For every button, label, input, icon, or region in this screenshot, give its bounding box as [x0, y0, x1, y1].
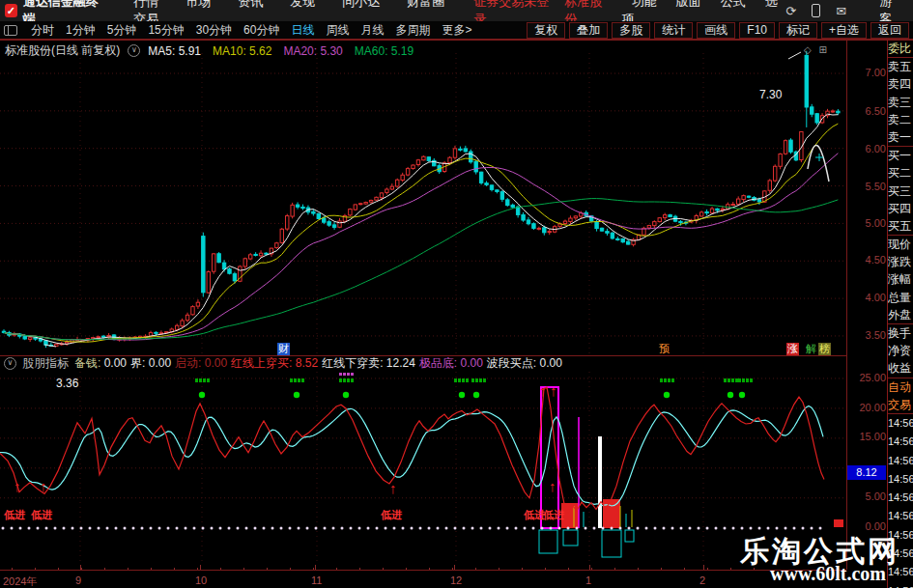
- quote-row-外盘: 外盘: [888, 306, 913, 323]
- quote-row-总量: 总量: [888, 289, 913, 306]
- quote-row-卖五: 卖五: [888, 57, 913, 75]
- toolbar-button-画线[interactable]: 画线: [697, 22, 735, 39]
- toolbar-button-标记[interactable]: 标记: [779, 22, 817, 39]
- menu-item-版面[interactable]: 版面: [667, 0, 711, 9]
- period-1分钟[interactable]: 1分钟: [60, 23, 101, 37]
- price-tick: 6.00: [847, 143, 886, 154]
- indicator-tick: 25.00: [847, 372, 886, 383]
- indicator-name[interactable]: 股朋指标: [22, 355, 69, 372]
- menu-item-市场[interactable]: 市场: [172, 0, 224, 9]
- ma-readouts: MA5: 5.91MA10: 5.62MA20: 5.30MA60: 5.19: [148, 44, 425, 58]
- menu-item-发现[interactable]: 发现: [276, 0, 328, 9]
- buy-signal-arrow: ↑: [40, 480, 47, 493]
- indicator-collapse-icon[interactable]: ∨: [4, 357, 16, 370]
- buy-signal-label: 低进: [381, 508, 402, 522]
- quote-panel[interactable]: 委比卖五卖四卖三卖二卖一买一买二买三买四买五现价涨跌涨幅总量外盘换手净资收益自动…: [888, 40, 913, 588]
- buy-signal-label: 低进: [524, 508, 545, 522]
- toolbar-button-返回[interactable]: 返回: [870, 22, 909, 39]
- event-tag-解[interactable]: 解: [805, 343, 817, 355]
- quote-row-卖二: 卖二: [888, 111, 913, 128]
- quote-row-委比: 委比: [888, 40, 913, 57]
- indicator-chart[interactable]: [0, 372, 846, 570]
- toolbar-right-buttons: 复权叠加多股统计画线F10标记+自选返回: [527, 22, 913, 39]
- toolbar-button-统计[interactable]: 统计: [654, 22, 693, 39]
- pane-icons: ◇⊞: [804, 44, 827, 55]
- x-axis-label: 2: [699, 574, 705, 586]
- auto-trade-label[interactable]: 交易: [888, 396, 913, 413]
- menu-item-资讯[interactable]: 资讯: [224, 0, 276, 9]
- quote-row-买四: 买四: [888, 200, 913, 217]
- quote-row-买二: 买二: [888, 164, 913, 182]
- app-logo-icon: ✓: [5, 4, 17, 17]
- x-axis-label: 12: [450, 574, 462, 586]
- period-30分钟[interactable]: 30分钟: [190, 23, 238, 37]
- toolbar-button-+自选[interactable]: +自选: [821, 22, 867, 39]
- buy-signal-arrow: ↑: [550, 384, 557, 398]
- buy-signal-label: 低进: [4, 508, 25, 522]
- menu-item-财富圈[interactable]: 财富圈: [393, 0, 458, 9]
- mobile-icon[interactable]: [812, 4, 820, 17]
- price-tick: 4.00: [847, 292, 886, 303]
- price-tick: 4.50: [847, 254, 886, 266]
- period-toolbar: 分时1分钟5分钟15分钟30分钟60分钟日线周线月线多周期更多> 复权叠加多股统…: [0, 21, 913, 41]
- trade-time-row: 14:56: [888, 452, 913, 470]
- collapse-icon[interactable]: ∨: [128, 44, 140, 57]
- trade-time-row: 14:56: [888, 433, 913, 451]
- event-tag-涨[interactable]: 涨: [786, 343, 799, 355]
- event-tag-榜[interactable]: 榜: [818, 343, 831, 355]
- indicator-field: 红线下穿卖: 12.24: [322, 356, 415, 370]
- price-tick: 7.00: [847, 67, 886, 78]
- tdx-terminal-window: ✓ 通达信金融终端 行情市场资讯发现问小达财富圈交易 证券交易未登录 标准股份 …: [0, 0, 913, 588]
- price-tick: 3.50: [847, 329, 886, 341]
- low-price-label: 3.36: [56, 377, 78, 390]
- period-更多>[interactable]: 更多>: [436, 23, 477, 37]
- quote-row-买三: 买三: [888, 182, 913, 200]
- toolbar-button-叠加[interactable]: 叠加: [569, 22, 608, 39]
- chart-title: 标准股份(日线 前复权): [5, 42, 120, 59]
- period-15分钟[interactable]: 15分钟: [142, 23, 189, 37]
- layout-icon[interactable]: [4, 25, 17, 36]
- ma-readout: MA60: 5.19: [355, 44, 414, 58]
- x-axis-label: 1: [585, 574, 591, 586]
- event-tag-财[interactable]: 财: [277, 343, 290, 355]
- x-axis-label: 2024年: [3, 574, 37, 588]
- event-tag-预[interactable]: 预: [658, 343, 670, 355]
- diamond-icon[interactable]: ◇: [804, 44, 812, 55]
- menu-item-功能[interactable]: 功能: [622, 0, 667, 9]
- period-5分钟[interactable]: 5分钟: [101, 23, 143, 37]
- indicator-tick: 20.00: [847, 402, 886, 413]
- period-月线[interactable]: 月线: [355, 23, 389, 37]
- quote-row-收益: 收益: [888, 359, 913, 377]
- trade-time-row: 14:56: [888, 489, 913, 507]
- mail-icon[interactable]: ✉: [836, 4, 846, 18]
- refresh-icon[interactable]: ⟳: [785, 4, 796, 18]
- menu-item-公式[interactable]: 公式: [711, 0, 756, 9]
- indicator-region[interactable]: 低进低进低进低进低进↑↑↑↑↑↑: [0, 372, 846, 570]
- grid-icon[interactable]: ⊞: [819, 44, 827, 55]
- period-60分钟[interactable]: 60分钟: [238, 23, 285, 37]
- price-tick: 5.50: [847, 181, 886, 192]
- menu-item-问小达[interactable]: 问小达: [328, 0, 393, 9]
- auto-trade-label[interactable]: 自动: [888, 378, 913, 396]
- period-日线[interactable]: 日线: [285, 23, 320, 37]
- buy-signal-arrow: ↑: [549, 480, 556, 493]
- toolbar-button-多股[interactable]: 多股: [612, 22, 650, 39]
- chart-title-row: 标准股份(日线 前复权) ∨ MA5: 5.91MA10: 5.62MA20: …: [5, 42, 425, 59]
- candlestick-chart[interactable]: [0, 40, 846, 355]
- toolbar-button-F10[interactable]: F10: [739, 22, 775, 39]
- price-tick: 6.50: [847, 105, 886, 117]
- x-axis-label: 9: [75, 574, 81, 586]
- menubar: ✓ 通达信金融终端 行情市场资讯发现问小达财富圈交易 证券交易未登录 标准股份 …: [0, 0, 913, 21]
- period-分时[interactable]: 分时: [25, 23, 60, 37]
- ma-readout: MA20: 5.30: [283, 44, 342, 58]
- period-周线[interactable]: 周线: [320, 23, 355, 37]
- ma-readout: MA5: 5.91: [148, 44, 201, 58]
- quote-row-涨跌: 涨跌: [888, 253, 913, 270]
- menu-item-行情[interactable]: 行情: [120, 0, 172, 9]
- main-chart-region[interactable]: 标准股份(日线 前复权) ∨ MA5: 5.91MA10: 5.62MA20: …: [0, 40, 846, 355]
- period-多周期[interactable]: 多周期: [389, 23, 436, 37]
- toolbar-button-复权[interactable]: 复权: [527, 22, 565, 39]
- trade-time-row: 14:56: [888, 507, 913, 525]
- quote-row-买一: 买一: [888, 146, 913, 164]
- indicator-tick: 15.00: [847, 431, 886, 442]
